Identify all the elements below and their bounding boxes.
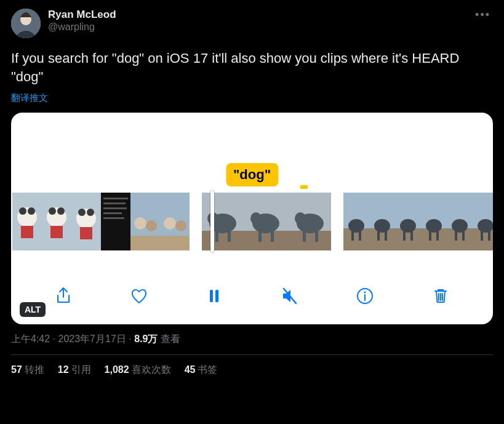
- svg-rect-58: [385, 230, 387, 241]
- svg-rect-19: [103, 202, 126, 204]
- svg-point-15: [87, 209, 94, 216]
- svg-rect-18: [103, 198, 128, 199]
- svg-point-56: [374, 219, 390, 233]
- info-icon: [355, 286, 375, 306]
- svg-rect-38: [245, 231, 288, 250]
- svg-rect-44: [288, 231, 331, 250]
- tweet-text: If you search for "dog" on iOS 17 it'll …: [11, 49, 493, 86]
- svg-rect-79: [210, 290, 213, 302]
- pause-icon: [204, 286, 224, 306]
- frame: [160, 193, 190, 250]
- svg-point-14: [78, 209, 86, 216]
- tweet-stats: 57转推 12引用 1,082喜欢次数 45书签: [11, 364, 493, 377]
- svg-rect-22: [103, 217, 124, 219]
- timeline-strip[interactable]: [11, 193, 493, 250]
- svg-point-76: [478, 219, 493, 233]
- frame: [473, 193, 493, 250]
- svg-rect-11: [50, 226, 63, 238]
- frame: [288, 193, 331, 250]
- media-card[interactable]: "dog": [11, 113, 493, 324]
- retweets-stat[interactable]: 57转推: [11, 364, 44, 377]
- svg-rect-17: [101, 193, 130, 250]
- svg-rect-80: [215, 290, 218, 302]
- svg-point-25: [146, 220, 157, 231]
- svg-rect-6: [21, 226, 33, 238]
- svg-point-5: [28, 207, 35, 215]
- delete-button[interactable]: [428, 284, 453, 308]
- svg-rect-26: [130, 236, 160, 250]
- svg-rect-47: [303, 228, 306, 242]
- svg-rect-41: [258, 228, 262, 242]
- svg-rect-20: [103, 207, 127, 209]
- svg-rect-32: [202, 231, 245, 250]
- more-button[interactable]: •••: [475, 9, 490, 22]
- media-toolbar: [11, 284, 493, 308]
- svg-rect-78: [488, 230, 490, 241]
- frame: [101, 193, 130, 250]
- svg-rect-36: [228, 228, 231, 242]
- svg-rect-77: [481, 230, 483, 241]
- tweet-meta: 上午4:42 · 2023年7月17日 · 8.9万 查看: [11, 333, 493, 346]
- bookmarks-stat[interactable]: 45书签: [185, 364, 218, 377]
- avatar-image: [11, 9, 41, 38]
- search-tooltip: "dog": [226, 163, 278, 186]
- frame: [369, 193, 395, 250]
- svg-rect-52: [351, 230, 354, 241]
- svg-point-9: [49, 207, 56, 215]
- svg-rect-57: [377, 230, 380, 241]
- frame: [71, 193, 101, 250]
- avatar[interactable]: [11, 9, 41, 38]
- svg-rect-35: [215, 228, 218, 242]
- frame: [421, 193, 447, 250]
- svg-point-29: [175, 220, 186, 231]
- clip-group-2[interactable]: [202, 193, 331, 250]
- like-button[interactable]: [127, 284, 151, 308]
- svg-rect-63: [410, 230, 413, 241]
- svg-rect-21: [103, 212, 122, 214]
- share-button[interactable]: [51, 284, 76, 308]
- trash-icon: [431, 286, 450, 306]
- quotes-stat[interactable]: 12引用: [58, 364, 91, 377]
- frame: [42, 193, 71, 250]
- tweet-time[interactable]: 上午4:42: [11, 334, 50, 344]
- author-block[interactable]: Ryan McLeod @warpling: [48, 9, 116, 33]
- translate-link[interactable]: 翻译推文: [11, 92, 493, 104]
- svg-point-71: [452, 219, 468, 233]
- svg-rect-42: [271, 228, 274, 242]
- tooltip-marker: [300, 185, 308, 189]
- info-button[interactable]: [353, 284, 377, 308]
- svg-point-4: [19, 207, 26, 215]
- alt-badge[interactable]: ALT: [20, 302, 46, 317]
- pause-button[interactable]: [202, 284, 226, 308]
- display-name: Ryan McLeod: [48, 9, 116, 21]
- svg-point-10: [57, 207, 65, 215]
- frame: [447, 193, 473, 250]
- svg-rect-62: [403, 230, 406, 241]
- svg-point-61: [400, 219, 416, 233]
- likes-stat[interactable]: 1,082喜欢次数: [105, 364, 171, 377]
- mute-button[interactable]: [278, 284, 302, 308]
- svg-point-46: [295, 212, 306, 225]
- clip-group-1[interactable]: [12, 193, 190, 250]
- svg-rect-73: [462, 230, 465, 241]
- author-handle: @warpling: [48, 21, 116, 33]
- share-icon: [54, 286, 73, 306]
- tweet-header: Ryan McLeod @warpling •••: [11, 9, 493, 38]
- svg-point-66: [426, 219, 442, 233]
- svg-rect-48: [315, 228, 318, 242]
- svg-rect-30: [160, 236, 190, 250]
- svg-point-83: [364, 291, 366, 293]
- frame: [245, 193, 288, 250]
- svg-rect-67: [429, 230, 431, 241]
- playhead[interactable]: [210, 191, 214, 252]
- tweet-container: Ryan McLeod @warpling ••• If you search …: [0, 0, 504, 424]
- clip-group-3[interactable]: [343, 193, 493, 250]
- mute-icon: [280, 286, 300, 306]
- frame: [12, 193, 42, 250]
- frame: [130, 193, 160, 250]
- divider: [11, 354, 493, 355]
- svg-point-51: [348, 219, 364, 233]
- tweet-date[interactable]: 2023年7月17日: [58, 334, 126, 344]
- views-count: 8.9万: [134, 334, 158, 344]
- frame: [343, 193, 369, 250]
